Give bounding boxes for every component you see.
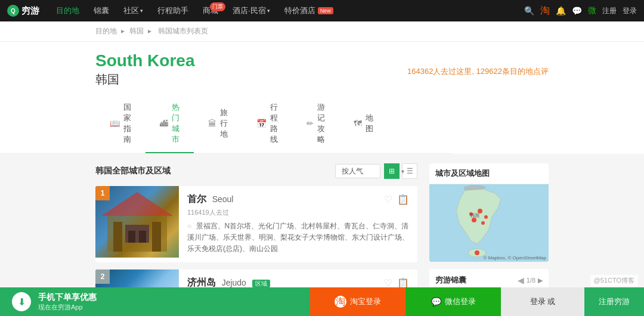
svg-text:韩国: 韩国 xyxy=(470,213,479,218)
tab-map[interactable]: 🗺 地图 xyxy=(339,95,388,153)
section-title: 韩国全部城市及区域 xyxy=(95,166,171,176)
logo-icon: Q xyxy=(7,5,19,17)
tab-guide[interactable]: 📖 国家指南 xyxy=(95,95,145,153)
map-copyright: © Mapbox, © OpenStreetMap xyxy=(483,255,546,261)
top-navigation: Q 穷游 目的地 锦囊 社区 ▾ 行程助手 商城 门票 酒店·民宿 ▾ 特价酒店… xyxy=(0,0,644,21)
nav-item-itinerary-label: 行程助手 xyxy=(157,5,188,16)
sort-select[interactable]: 按人气 按字母 按评分 xyxy=(335,164,380,178)
favorite-icon-jejudo[interactable]: ♡ xyxy=(384,277,392,289)
calendar-add-icon-jejudo[interactable]: 📋 xyxy=(397,277,409,289)
tab-itinerary[interactable]: 📅 行程路线 xyxy=(242,95,292,153)
tab-travel[interactable]: 🏛 旅行地 xyxy=(194,95,242,153)
special-hotel-badge: New xyxy=(318,7,333,14)
bottom-app-sub: 现在在穷游App xyxy=(38,303,97,312)
mall-badge: 门票 xyxy=(210,2,225,11)
guidebook-header: 穷游锦囊 ◀ 1/8 ▶ xyxy=(435,275,543,286)
tab-notes[interactable]: ✏ 游记攻略 xyxy=(292,95,339,153)
login-link[interactable]: 登录 xyxy=(623,6,637,16)
bottom-app-text: 手机下单享优惠 现在在穷游App xyxy=(38,292,97,312)
svg-point-17 xyxy=(475,250,479,255)
list-view-button[interactable]: ☰ xyxy=(402,163,417,179)
rank-badge-2: 2 xyxy=(95,269,110,284)
wechat-login-label: 微信登录 xyxy=(445,296,476,307)
logo[interactable]: Q 穷游 xyxy=(7,5,39,17)
nav-item-hotel[interactable]: 酒店·民宿 ▾ xyxy=(225,0,277,21)
section-header: 韩国全部城市及区域 按人气 按字母 按评分 ⊞ ☰ xyxy=(95,163,417,179)
guidebook-nav: ◀ 1/8 ▶ xyxy=(518,275,543,285)
favorite-icon-seoul[interactable]: ♡ xyxy=(384,194,392,205)
bottom-bar: ⬇ 手机下单享优惠 现在在穷游App 淘 淘宝登录 💬 微信登录 登录 或 注册… xyxy=(0,287,644,316)
sort-wrapper: 按人气 按字母 按评分 ⊞ ☰ xyxy=(335,163,417,179)
area-badge-jejudo: 区域 xyxy=(252,280,270,287)
nav-item-hotel-label: 酒店·民宿 xyxy=(233,5,266,16)
nav-items: 目的地 锦囊 社区 ▾ 行程助手 商城 门票 酒店·民宿 ▾ 特价酒店 New xyxy=(49,0,524,21)
map-container[interactable]: 韩国 © Mapbox, © OpenStreetMap xyxy=(429,184,549,262)
nav-item-jingnang[interactable]: 锦囊 xyxy=(86,0,116,21)
city-name-seoul[interactable]: 首尔 xyxy=(187,194,206,204)
guidebook-prev-button[interactable]: ◀ xyxy=(518,275,524,285)
nav-item-mall[interactable]: 商城 门票 xyxy=(196,0,225,21)
wechat-login-button[interactable]: 💬 微信登录 xyxy=(405,287,501,316)
register-button[interactable]: 注册穷游 xyxy=(584,287,644,316)
rank-number-1: 1 xyxy=(101,189,105,197)
rank-badge-1: 1 xyxy=(95,186,110,200)
city-name-en-seoul: Seoul xyxy=(212,194,234,204)
search-icon[interactable]: 🔍 xyxy=(524,6,534,16)
guidebook-title: 穷游锦囊 xyxy=(435,275,466,286)
svg-point-15 xyxy=(472,218,476,222)
nav-item-itinerary[interactable]: 行程助手 xyxy=(150,0,196,21)
notes-icon: ✏ xyxy=(306,119,314,128)
chevron-down-hotel-icon: ▾ xyxy=(267,8,270,14)
svg-rect-3 xyxy=(152,222,161,252)
nav-item-special-hotel[interactable]: 特价酒店 New xyxy=(277,0,340,21)
map-section-title: 城市及区域地图 xyxy=(429,163,549,184)
bottom-app-promo: ⬇ 手机下单享优惠 现在在穷游App xyxy=(0,287,310,316)
svg-rect-5 xyxy=(128,231,135,243)
tab-guide-label: 国家指南 xyxy=(123,102,131,145)
book-icon: 📖 xyxy=(110,119,120,128)
city-name-jejudo[interactable]: 济州岛 xyxy=(187,277,216,287)
guidebook-page-suffix: ▶ xyxy=(538,277,543,284)
tab-hot-cities[interactable]: 🏙 热门城市 xyxy=(145,95,194,153)
chat-icon[interactable]: 💬 xyxy=(572,6,582,16)
nav-item-destination[interactable]: 目的地 xyxy=(49,0,86,21)
taobao-login-icon: 淘 xyxy=(335,296,346,308)
logo-text: 穷游 xyxy=(21,5,39,17)
stats-text: 164362人去过这里, 129622条目的地点评 xyxy=(407,66,549,77)
bell-icon[interactable]: 🔔 xyxy=(556,6,566,16)
breadcrumb-current: 韩国城市列表页 xyxy=(158,27,208,35)
city-icon: 🏙 xyxy=(160,119,168,128)
card-actions-seoul: ♡ 📋 xyxy=(384,194,409,205)
nav-item-community-label: 社区 xyxy=(123,5,139,16)
nav-item-jingnang-label: 锦囊 xyxy=(94,5,109,16)
taobao-icon[interactable]: 淘 xyxy=(540,5,550,17)
calendar-add-icon-seoul[interactable]: 📋 xyxy=(397,194,409,205)
nav-right: 🔍 淘 🔔 💬 微 注册 登录 xyxy=(524,5,637,17)
card-name-row-seoul: 首尔 Seoul ♡ 📋 xyxy=(187,193,409,206)
breadcrumb-home[interactable]: 目的地 xyxy=(95,27,117,35)
breadcrumb-sep1: ▸ xyxy=(121,27,125,35)
chevron-down-icon: ▾ xyxy=(140,8,143,14)
taobao-login-button[interactable]: 淘 淘宝登录 xyxy=(310,287,405,316)
register-link[interactable]: 注册 xyxy=(602,6,617,16)
card-desc-seoul: ○ 景福宫、N首尔塔、光化门广场、北村韩屋村、青瓦台、仁寺洞、清溪川广场、乐天世… xyxy=(187,221,409,255)
tab-itinerary-label: 行程路线 xyxy=(270,102,278,145)
tab-travel-label: 旅行地 xyxy=(220,107,228,140)
nav-item-community[interactable]: 社区 ▾ xyxy=(116,0,150,21)
guidebook-pagination: 1/8 xyxy=(527,277,535,284)
korea-map-svg: 韩国 xyxy=(429,184,549,262)
breadcrumb-sep2: ▸ xyxy=(148,27,151,35)
breadcrumb-country[interactable]: 韩国 xyxy=(129,27,144,35)
wechat-icon[interactable]: 微 xyxy=(588,5,596,16)
card-actions-jejudo: ♡ 📋 xyxy=(384,277,409,289)
svg-rect-6 xyxy=(139,231,146,243)
login-button[interactable]: 登录 或 xyxy=(501,287,584,316)
card-name-group-seoul: 首尔 Seoul xyxy=(187,193,233,206)
city-name-en-jejudo: Jejudo xyxy=(222,278,246,287)
svg-marker-1 xyxy=(101,192,173,216)
svg-point-16 xyxy=(481,221,485,225)
grid-view-button[interactable]: ⊞ xyxy=(384,163,400,179)
tabs-bar: 📖 国家指南 🏙 热门城市 🏛 旅行地 📅 行程路线 ✏ 游记攻略 🗺 地图 xyxy=(0,95,453,154)
map-icon: 🗺 xyxy=(354,119,362,128)
register-label: 注册穷游 xyxy=(599,296,630,307)
